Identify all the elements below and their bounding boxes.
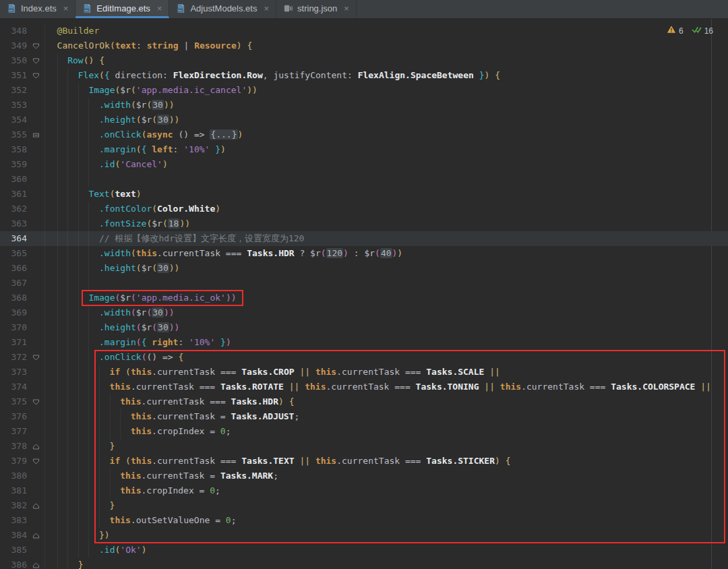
token: .id bbox=[99, 545, 115, 555]
code-line[interactable]: .height($r(30)) bbox=[44, 113, 728, 127]
folded-placeholder[interactable]: 30 bbox=[152, 307, 164, 318]
fold-down-icon[interactable] bbox=[27, 38, 44, 53]
tab-adjustmodels-ets[interactable]: etsAdjustModels.ets× bbox=[169, 0, 276, 18]
fold-down-icon[interactable] bbox=[27, 454, 44, 469]
code-row-383: 383this.outSetValueOne = 0; bbox=[0, 513, 728, 528]
token: this bbox=[131, 367, 152, 377]
fold-gutter bbox=[27, 261, 44, 276]
token: left bbox=[152, 144, 173, 154]
token: Tasks.CROP bbox=[241, 367, 294, 377]
token: ( bbox=[136, 322, 142, 332]
token: $r bbox=[136, 307, 147, 318]
fold-collapsed-icon[interactable] bbox=[27, 127, 44, 142]
tab-index-ets[interactable]: etsIndex.ets× bbox=[0, 0, 75, 18]
tab-string-json[interactable]: string.json× bbox=[276, 0, 357, 18]
folded-placeholder[interactable]: 40 bbox=[380, 248, 392, 258]
code-line[interactable]: if (this.currentTask === Tasks.TEXT || t… bbox=[44, 454, 728, 469]
code-row-384: 384}) bbox=[0, 528, 728, 543]
code-line[interactable]: .width($r(30)) bbox=[44, 98, 728, 113]
token: this bbox=[110, 515, 131, 525]
code-line[interactable]: this.cropIndex = 0; bbox=[44, 483, 728, 498]
fold-gutter bbox=[27, 380, 44, 394]
code-line[interactable]: .height($r(30)) bbox=[44, 320, 728, 335]
fold-down-icon[interactable] bbox=[27, 53, 44, 68]
code-line[interactable]: this.currentTask === Tasks.ROTATE || thi… bbox=[44, 380, 728, 394]
fold-up-icon[interactable] bbox=[27, 498, 44, 513]
code-line[interactable] bbox=[44, 172, 728, 187]
code-row-353: 353.width($r(30)) bbox=[0, 98, 728, 113]
code-line[interactable]: .onClick(() => { bbox=[44, 350, 728, 365]
code-line[interactable]: .width(this.currentTask === Tasks.HDR ? … bbox=[44, 246, 728, 261]
code-line[interactable]: } bbox=[44, 498, 728, 513]
code-analysis-widget[interactable]: 6 16 bbox=[667, 24, 719, 38]
fold-up-icon[interactable] bbox=[27, 439, 44, 454]
token: if bbox=[110, 367, 121, 377]
folded-placeholder[interactable]: 30 bbox=[157, 263, 169, 273]
token: 'Cancel' bbox=[120, 159, 162, 169]
code-line[interactable]: .height($r(30)) bbox=[44, 261, 728, 276]
fold-gutter bbox=[27, 291, 44, 305]
folded-placeholder[interactable]: 120 bbox=[326, 248, 343, 258]
fold-down-icon[interactable] bbox=[27, 350, 44, 365]
line-number: 378 bbox=[0, 439, 27, 454]
code-line[interactable]: .onClick(async () => {...}) bbox=[44, 127, 728, 142]
code-line[interactable]: Flex({ direction: FlexDirection.Row, jus… bbox=[44, 68, 728, 83]
tab-editimage-ets[interactable]: etsEditImage.ets× bbox=[75, 0, 169, 18]
token: || bbox=[695, 382, 710, 392]
code-row-368: 368Image($r('app.media.ic_ok')) bbox=[0, 291, 728, 305]
token: $r bbox=[120, 293, 131, 303]
code-line[interactable]: }) bbox=[44, 528, 728, 543]
line-number: 385 bbox=[0, 543, 27, 558]
code-line[interactable]: .fontSize($r(18)) bbox=[44, 216, 728, 231]
token: ( bbox=[162, 218, 168, 229]
code-line[interactable]: } bbox=[44, 558, 728, 569]
code-line[interactable]: Row() { bbox=[44, 53, 728, 68]
code-line[interactable]: Image($r('app.media.ic_cancel')) bbox=[44, 83, 728, 98]
fold-up-icon[interactable] bbox=[27, 528, 44, 543]
token: string bbox=[147, 40, 179, 51]
code-line[interactable]: .width($r(30)) bbox=[44, 305, 728, 320]
fold-gutter bbox=[27, 202, 44, 216]
warning-icon bbox=[667, 24, 676, 38]
folded-placeholder[interactable]: 30 bbox=[152, 100, 164, 110]
code-line[interactable]: this.currentTask === Tasks.HDR) { bbox=[44, 394, 728, 409]
code-line[interactable]: if (this.currentTask === Tasks.CROP || t… bbox=[44, 365, 728, 380]
token: .outSetValueOne = bbox=[131, 515, 226, 525]
code-line[interactable]: this.cropIndex = 0; bbox=[44, 424, 728, 439]
token: .height bbox=[99, 115, 136, 125]
code-line[interactable] bbox=[44, 276, 728, 291]
folded-placeholder[interactable]: {...} bbox=[210, 129, 237, 140]
code-line[interactable]: Image($r('app.media.ic_ok')) bbox=[44, 291, 728, 305]
close-icon[interactable]: × bbox=[264, 3, 269, 13]
code-editor[interactable]: 348@Builder349CancelOrOk(text: string | … bbox=[0, 19, 728, 569]
code-line[interactable]: } bbox=[44, 439, 728, 454]
code-line[interactable]: .margin({ left: '10%' }) bbox=[44, 142, 728, 157]
code-line[interactable]: CancelOrOk(text: string | Resource) { bbox=[44, 38, 728, 53]
code-line[interactable]: Text(text) bbox=[44, 187, 728, 202]
close-icon[interactable]: × bbox=[344, 3, 349, 13]
token: ( bbox=[375, 248, 380, 258]
code-line[interactable]: this.currentTask = Tasks.MARK; bbox=[44, 469, 728, 483]
fold-down-icon[interactable] bbox=[27, 68, 44, 83]
line-number: 374 bbox=[0, 380, 27, 394]
folded-placeholder[interactable]: 30 bbox=[157, 322, 169, 332]
token: ( bbox=[125, 367, 131, 377]
close-icon[interactable]: × bbox=[157, 3, 162, 13]
code-line[interactable]: .id('Ok') bbox=[44, 543, 728, 558]
code-line[interactable]: .fontColor(Color.White) bbox=[44, 202, 728, 216]
code-line[interactable]: @Builder bbox=[44, 24, 728, 38]
fold-up-icon[interactable] bbox=[27, 558, 44, 569]
code-row-351: 351Flex({ direction: FlexDirection.Row, … bbox=[0, 68, 728, 83]
code-line[interactable]: .id('Cancel') bbox=[44, 157, 728, 172]
folded-placeholder[interactable]: 30 bbox=[157, 115, 169, 125]
token: Resource bbox=[194, 40, 237, 51]
code-line[interactable]: .margin({ right: '10%' }) bbox=[44, 335, 728, 350]
code-line[interactable]: this.currentTask = Tasks.ADJUST; bbox=[44, 409, 728, 424]
token: '10%' bbox=[183, 144, 210, 154]
code-line[interactable]: this.outSetValueOne = 0; bbox=[44, 513, 728, 528]
token: ( bbox=[110, 189, 115, 199]
folded-placeholder[interactable]: 18 bbox=[168, 218, 180, 229]
close-icon[interactable]: × bbox=[63, 3, 69, 13]
code-line[interactable]: // 根据【修改hdr设置】文字长度，设置宽度为120 bbox=[44, 231, 728, 246]
fold-down-icon[interactable] bbox=[27, 394, 44, 409]
